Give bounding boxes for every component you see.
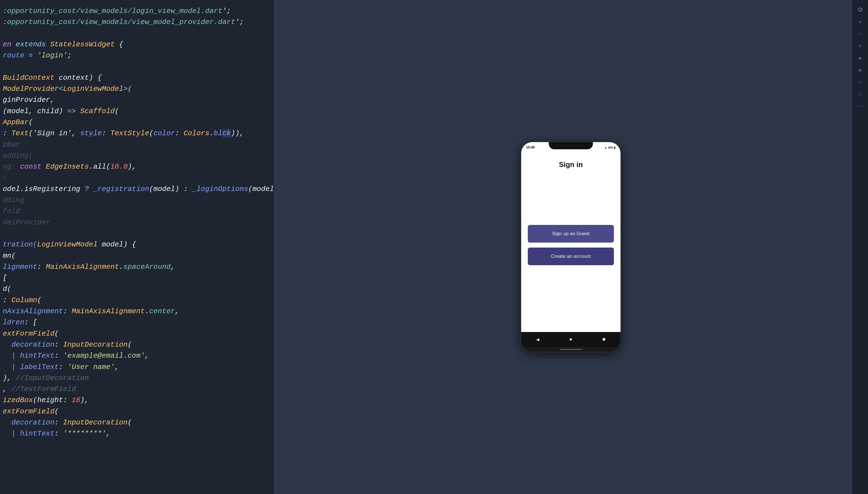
code-line: mn( — [3, 250, 270, 261]
zoom-icon[interactable]: ⊕ — [855, 65, 865, 75]
code-line: odel.isRegistering ? _registration(model… — [3, 184, 270, 194]
code-line: decoration: InputDecoration( — [3, 339, 270, 350]
code-line: , //TextFormField — [3, 384, 270, 395]
code-line: | labelText: 'User name', — [3, 362, 270, 373]
app-title: Sign in — [528, 160, 614, 169]
code-line: | hintText: '********', — [3, 428, 270, 439]
circle-icon[interactable]: ○ — [855, 77, 865, 87]
code-line: extFormField( — [3, 328, 270, 339]
buttons-area: Sign up as Guest Create an account — [528, 169, 614, 332]
code-line: delProvider — [3, 217, 270, 228]
wifi-icon: wifi — [608, 146, 613, 149]
sidebar-tools: ⏻ ↺ ← ◇ ◈ ⊕ ○ □ ··· — [852, 0, 868, 494]
code-line: pBar — [3, 139, 270, 150]
nav-home-button[interactable]: ● — [567, 336, 575, 343]
code-line: ModelProvider<LoginViewModel>( — [3, 83, 270, 94]
right-panel: 10:48 ▲ wifi ▮ Sign in Sign up as Guest … — [274, 0, 868, 494]
diamond-fill-icon[interactable]: ◈ — [855, 53, 865, 63]
nav-recents-button[interactable]: ■ — [600, 336, 608, 343]
code-line: adding( — [3, 150, 270, 161]
code-line: extFormField( — [3, 406, 270, 417]
nav-back-button[interactable]: ◀ — [534, 336, 542, 343]
diamond-icon[interactable]: ◇ — [855, 41, 865, 51]
square-icon[interactable]: □ — [855, 90, 865, 99]
code-line: ), //InputDecoration — [3, 373, 270, 384]
code-line: | hintText: 'example@email.com', — [3, 350, 270, 361]
gesture-line — [560, 349, 582, 350]
code-line — [3, 28, 270, 39]
code-line: : — [3, 172, 270, 183]
code-line: d( — [3, 283, 270, 294]
signal-icon: ▲ — [604, 146, 607, 149]
status-time: 10:48 — [526, 146, 535, 149]
code-line: lignment: MainAxisAlignment.spaceAround, — [3, 261, 270, 272]
code-line: nAxisAlignment: MainAxisAlignment.center… — [3, 306, 270, 317]
code-line: BuildContext context) { — [3, 72, 270, 83]
code-line: ng: const EdgeInsets.all(16.0), — [3, 161, 270, 172]
code-line: :opportunity_cost/view_models/login_view… — [3, 5, 270, 17]
code-line: ginProvider, — [3, 94, 270, 106]
code-line: en extends StatelessWidget { — [3, 39, 270, 50]
rotate-icon[interactable]: ↺ — [855, 17, 865, 26]
code-line: fold — [3, 206, 270, 217]
app-screen: Sign in Sign up as Guest Create an accou… — [521, 153, 620, 332]
phone-notch — [549, 142, 593, 149]
code-line: : Text('Sign in', style: TextStyle(color… — [3, 128, 270, 139]
create-account-button[interactable]: Create an account — [528, 248, 614, 265]
gesture-bar — [521, 347, 620, 352]
code-line — [3, 228, 270, 239]
sign-up-guest-button[interactable]: Sign up as Guest — [528, 225, 614, 243]
code-line: :opportunity_cost/view_models/view_model… — [3, 17, 270, 27]
code-line: route = 'login'; — [3, 50, 270, 61]
power-icon[interactable]: ⏻ — [855, 4, 865, 14]
phone-frame: 10:48 ▲ wifi ▮ Sign in Sign up as Guest … — [521, 142, 620, 352]
code-line: tration(LoginViewModel model) { — [3, 239, 270, 250]
back-icon[interactable]: ← — [855, 29, 865, 39]
code-line: [ — [3, 272, 270, 283]
code-line: dding — [3, 194, 270, 206]
code-line: : Column( — [3, 295, 270, 306]
phone-nav-bar: ◀ ● ■ — [521, 332, 620, 347]
battery-icon: ▮ — [614, 146, 616, 149]
code-line — [3, 61, 270, 72]
more-icon[interactable]: ··· — [855, 101, 865, 112]
code-line: decoration: InputDecoration( — [3, 417, 270, 428]
code-line: izedBox(height: 16), — [3, 395, 270, 406]
code-line: ldren: [ — [3, 317, 270, 328]
code-editor: :opportunity_cost/view_models/login_view… — [0, 0, 273, 494]
code-line: (model, child) => Scaffold( — [3, 106, 270, 117]
status-icons: ▲ wifi ▮ — [604, 146, 616, 149]
code-line: AppBar( — [3, 117, 270, 128]
